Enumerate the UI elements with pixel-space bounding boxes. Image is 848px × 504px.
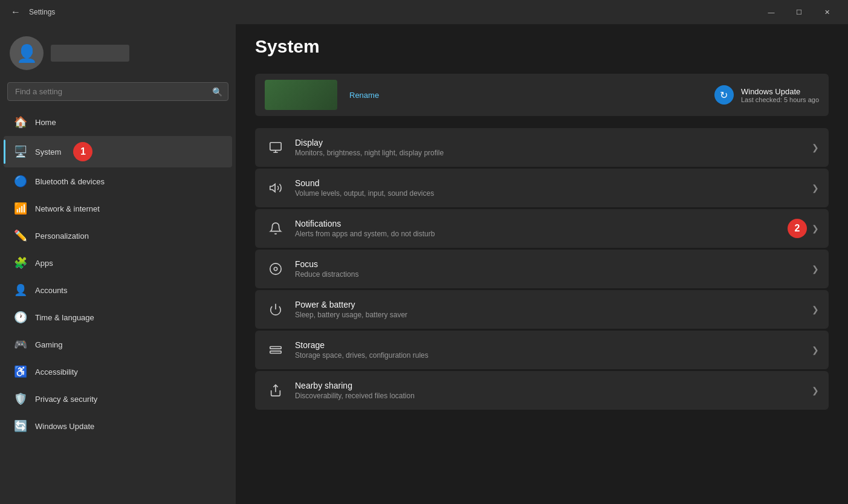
sidebar-item-gaming[interactable]: 🎮Gaming (4, 331, 232, 358)
sidebar-item-apps[interactable]: 🧩Apps (4, 250, 232, 276)
sidebar-label-windows_update: Windows Update (35, 422, 94, 431)
update-details: Windows Update Last checked: 5 hours ago (741, 87, 819, 103)
sidebar-label-home: Home (35, 118, 56, 127)
settings-item-sound[interactable]: SoundVolume levels, output, input, sound… (255, 169, 829, 207)
time-icon: 🕐 (13, 310, 28, 325)
focus-subtitle: Reduce distractions (295, 270, 812, 279)
sidebar-item-accounts[interactable]: 👤Accounts (4, 277, 232, 303)
maximize-button[interactable]: ☐ (785, 2, 813, 22)
nearby_sharing-icon (265, 380, 286, 401)
minimize-button[interactable]: — (757, 2, 785, 22)
sidebar-item-home[interactable]: 🏠Home (4, 109, 232, 135)
gaming-icon: 🎮 (13, 337, 28, 352)
bluetooth-icon: 🔵 (13, 174, 28, 189)
page-title: System (255, 36, 320, 57)
storage-icon (265, 339, 286, 361)
notifications-icon (265, 218, 286, 239)
storage-title: Storage (295, 340, 812, 350)
svg-rect-5 (270, 347, 281, 349)
sidebar-label-bluetooth: Bluetooth & devices (35, 177, 105, 186)
window-controls: — ☐ ✕ (757, 2, 841, 22)
settings-item-storage[interactable]: StorageStorage space, drives, configurat… (255, 331, 829, 369)
display-text: DisplayMonitors, brightness, night light… (295, 138, 812, 157)
system-icon: 🖥️ (13, 144, 28, 159)
svg-rect-0 (270, 143, 281, 150)
rename-button[interactable]: Rename (345, 88, 384, 102)
home-icon: 🏠 (13, 115, 28, 129)
annotation-bubble-2: 2 (788, 219, 807, 238)
svg-marker-1 (270, 184, 275, 192)
sidebar-label-personalization: Personalization (35, 231, 89, 241)
network-icon: 📶 (13, 201, 28, 216)
notifications-text: NotificationsAlerts from apps and system… (295, 219, 788, 238)
back-button[interactable]: ← (7, 4, 24, 21)
nearby_sharing-text: Nearby sharingDiscoverability, received … (295, 381, 812, 400)
sidebar-item-network[interactable]: 📶Network & internet (4, 195, 232, 222)
sidebar-item-windows_update[interactable]: 🔄Windows Update (4, 413, 232, 439)
user-name (51, 45, 129, 62)
focus-title: Focus (295, 259, 812, 269)
sidebar-item-privacy[interactable]: 🛡️Privacy & security (4, 386, 232, 412)
settings-item-display[interactable]: DisplayMonitors, brightness, night light… (255, 128, 829, 167)
storage-text: StorageStorage space, drives, configurat… (295, 340, 812, 360)
windows-update-icon: ↻ (714, 85, 734, 105)
sidebar-label-network: Network & internet (35, 204, 100, 213)
avatar: 👤 (10, 36, 44, 70)
update-title: Windows Update (741, 87, 819, 96)
privacy-icon: 🛡️ (13, 392, 28, 406)
content-inner: System Rename ↻ Windows Update Last chec… (236, 24, 848, 422)
user-profile[interactable]: 👤 (0, 24, 236, 80)
settings-item-focus[interactable]: FocusReduce distractions❯ (255, 250, 829, 288)
sidebar-label-privacy: Privacy & security (35, 395, 97, 404)
power-subtitle: Sleep, battery usage, battery saver (295, 311, 812, 319)
nearby_sharing-chevron-icon: ❯ (812, 386, 819, 395)
sidebar: 👤 🔍 🏠Home🖥️System1🔵Bluetooth & devices📶N… (0, 24, 236, 504)
search-icon: 🔍 (212, 87, 222, 97)
focus-icon (265, 258, 286, 280)
sidebar-label-accounts: Accounts (35, 286, 67, 295)
display-icon (265, 137, 286, 158)
power-title: Power & battery (295, 300, 812, 309)
update-info: ↻ Windows Update Last checked: 5 hours a… (714, 85, 819, 105)
sidebar-item-accessibility[interactable]: ♿Accessibility (4, 358, 232, 385)
accounts-icon: 👤 (13, 283, 28, 297)
svg-rect-6 (270, 351, 281, 354)
search-input[interactable] (7, 82, 228, 101)
sound-icon (265, 177, 286, 199)
sound-text: SoundVolume levels, output, input, sound… (295, 178, 812, 198)
focus-text: FocusReduce distractions (295, 259, 812, 279)
accessibility-icon: ♿ (13, 364, 28, 379)
main-layout: 👤 🔍 🏠Home🖥️System1🔵Bluetooth & devices📶N… (0, 24, 848, 504)
power-icon (265, 299, 286, 320)
personalization-icon: ✏️ (13, 228, 28, 243)
nearby_sharing-title: Nearby sharing (295, 381, 812, 390)
settings-list: DisplayMonitors, brightness, night light… (255, 128, 829, 410)
storage-subtitle: Storage space, drives, configuration rul… (295, 351, 812, 360)
notifications-title: Notifications (295, 219, 788, 228)
sidebar-label-gaming: Gaming (35, 340, 63, 349)
apps-icon: 🧩 (13, 256, 28, 270)
settings-item-nearby_sharing[interactable]: Nearby sharingDiscoverability, received … (255, 371, 829, 410)
sidebar-item-time[interactable]: 🕐Time & language (4, 304, 232, 331)
notifications-chevron-icon: ❯ (812, 224, 819, 233)
sidebar-item-system[interactable]: 🖥️System1 (4, 136, 232, 167)
storage-chevron-icon: ❯ (812, 345, 819, 355)
power-text: Power & batterySleep, battery usage, bat… (295, 300, 812, 319)
sidebar-item-bluetooth[interactable]: 🔵Bluetooth & devices (4, 168, 232, 195)
power-chevron-icon: ❯ (812, 305, 819, 314)
top-info-bar: Rename ↻ Windows Update Last checked: 5 … (255, 74, 829, 116)
sound-subtitle: Volume levels, output, input, sound devi… (295, 189, 812, 198)
nearby_sharing-subtitle: Discoverability, received files location (295, 392, 812, 400)
close-button[interactable]: ✕ (813, 2, 841, 22)
svg-point-2 (270, 263, 281, 274)
settings-item-notifications[interactable]: NotificationsAlerts from apps and system… (255, 209, 829, 248)
computer-image (265, 80, 337, 110)
annotation-bubble-1: 1 (73, 142, 92, 161)
focus-chevron-icon: ❯ (812, 264, 819, 274)
avatar-icon: 👤 (16, 44, 37, 63)
sound-title: Sound (295, 178, 812, 188)
sidebar-item-personalization[interactable]: ✏️Personalization (4, 222, 232, 249)
settings-item-power[interactable]: Power & batterySleep, battery usage, bat… (255, 290, 829, 329)
notifications-subtitle: Alerts from apps and system, do not dist… (295, 230, 788, 238)
display-title: Display (295, 138, 812, 147)
